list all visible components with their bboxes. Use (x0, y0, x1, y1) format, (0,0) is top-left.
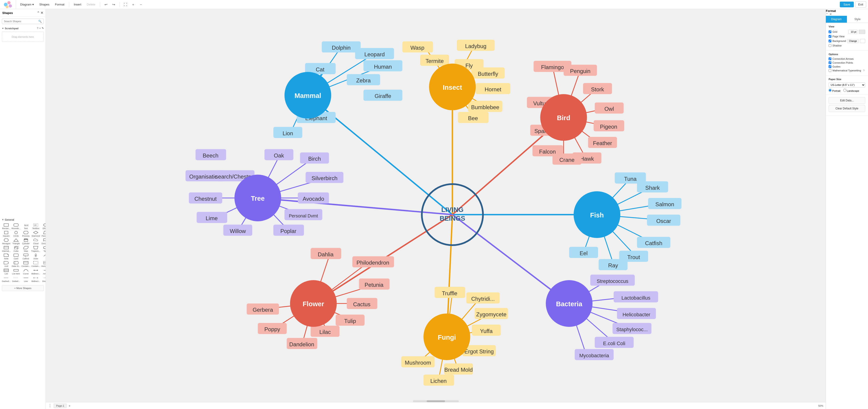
canvas-container[interactable]: Dolphin Leopard Human Cat Zebra Giraffe … (46, 9, 826, 409)
paper-size-select[interactable]: US-Letter (8.5" x 11") A4 (210 x 297 mm)… (829, 82, 865, 88)
grid-color-swatch[interactable] (859, 30, 865, 34)
landscape-radio[interactable] (843, 89, 846, 92)
undo-button[interactable]: ↩ (102, 1, 109, 8)
shape-square[interactable]: Square (2, 231, 11, 237)
shape-horizon[interactable]: Horizon... (41, 261, 45, 267)
connection-arrows-label[interactable]: Connection Arrows (829, 58, 854, 60)
save-button[interactable]: Save (840, 2, 854, 7)
shadow-label[interactable]: Shadow (829, 44, 842, 47)
page-view-checkbox[interactable] (829, 35, 831, 38)
shape-dotted[interactable]: Dotted... (12, 276, 21, 282)
clear-default-style-button[interactable]: Clear Default Style (829, 105, 865, 112)
shape-direct[interactable]: Direct... (41, 276, 45, 282)
background-checkbox[interactable] (829, 40, 831, 42)
scratchpad-help-icon[interactable]: ? (37, 27, 38, 30)
redo-button[interactable]: ↪ (110, 1, 117, 8)
shape-bidirect[interactable]: Bidirect... (31, 268, 40, 275)
page-view-label[interactable]: Page View (829, 35, 844, 38)
shape-cube[interactable]: Cube (12, 246, 21, 252)
fit-page-button[interactable]: ⛶ (122, 1, 129, 8)
background-change-button[interactable]: Change (847, 39, 859, 43)
add-page-button[interactable]: + (68, 404, 70, 408)
shape-diamond[interactable]: Diamond (31, 231, 40, 237)
shape-cylinder[interactable]: Cylinder (22, 238, 30, 245)
shape-parallelogram[interactable]: Paralle... (41, 231, 45, 237)
grid-size-input[interactable] (848, 30, 858, 34)
zoom-in-button[interactable]: + (130, 1, 136, 8)
math-help-icon[interactable]: ? (863, 69, 865, 72)
shape-note[interactable]: Note (2, 253, 11, 260)
menu-shapes[interactable]: Shapes (37, 2, 52, 7)
grid-checkbox[interactable] (829, 30, 831, 33)
math-typesetting-label[interactable]: Mathematical Typesetting (829, 69, 861, 72)
shape-bidirect2[interactable]: Bidirect... (31, 276, 40, 282)
grid-label[interactable]: Grid (829, 30, 837, 33)
shape-tape[interactable]: Tape (41, 246, 45, 252)
more-shapes-button[interactable]: + More Shapes (2, 285, 44, 291)
shape-actor[interactable]: Actor (31, 253, 40, 260)
guides-label[interactable]: Guides (829, 65, 840, 68)
page-options-icon[interactable]: ⋮ (48, 404, 52, 408)
scratchpad-add-icon[interactable]: + (39, 27, 41, 30)
shape-ellipse[interactable]: Ellipse (41, 223, 45, 230)
shape-list[interactable]: List (2, 268, 11, 275)
guides-checkbox[interactable] (829, 65, 831, 68)
shape-text[interactable]: text Text (22, 223, 30, 230)
scratchpad-drop-area[interactable]: Drag elements here (2, 32, 44, 42)
math-typesetting-checkbox[interactable] (829, 69, 831, 72)
connection-arrows-checkbox[interactable] (829, 58, 831, 60)
shape-list-item[interactable]: List Item (12, 268, 21, 275)
portrait-label[interactable]: Portrait (829, 89, 840, 92)
shape-internal[interactable]: Internal... (2, 246, 11, 252)
general-section-header[interactable]: ▼ General (0, 217, 45, 222)
shape-callout[interactable]: Callout (22, 253, 30, 260)
shape-curve[interactable]: Curve (22, 268, 30, 275)
page-tab[interactable]: Page-1 (54, 404, 67, 408)
shape-container[interactable]: Contain... (22, 261, 30, 267)
shape-step[interactable]: Step (22, 246, 30, 252)
shape-triangle[interactable]: Triangle (12, 238, 21, 245)
portrait-radio[interactable] (829, 89, 832, 92)
shadow-checkbox[interactable] (829, 44, 831, 47)
shape-rounded[interactable]: Rounde... (12, 223, 21, 230)
exit-button[interactable]: Exit (855, 1, 866, 7)
shape-arc[interactable] (41, 253, 45, 260)
shape-dashed[interactable]: Dashed... (2, 276, 11, 282)
shape-rectangle[interactable]: Rectan... (2, 223, 11, 230)
shape-cloud[interactable]: Cloud (31, 238, 40, 245)
background-label[interactable]: Background (829, 40, 846, 42)
shape-datastorage[interactable]: Data St... (12, 261, 21, 267)
scratchpad-header[interactable]: ▼ Scratchpad ? + ✎ (0, 26, 45, 31)
canvas-svg[interactable]: Dolphin Leopard Human Cat Zebra Giraffe … (46, 9, 826, 409)
shapes-close-icon[interactable]: ✕ (40, 11, 43, 15)
format-close-icon[interactable]: ✕ (830, 12, 832, 16)
search-input[interactable] (4, 20, 37, 23)
shape-arrow[interactable]: Arrow (41, 268, 45, 275)
shape-line[interactable]: Line (22, 276, 30, 282)
shape-hexagon[interactable]: Hexagon (2, 238, 11, 245)
shape-document[interactable]: Docum... (41, 238, 45, 245)
menu-insert[interactable]: Insert (71, 2, 84, 7)
menu-format[interactable]: Format (53, 2, 67, 7)
shape-circle[interactable]: Circle (12, 231, 21, 237)
format-collapse-icon[interactable]: ⌃ (826, 12, 828, 16)
landscape-label[interactable]: Landscape (843, 89, 859, 92)
shape-container2[interactable]: Contain... (31, 261, 40, 267)
background-color-swatch[interactable] (860, 39, 865, 43)
scratchpad-edit-icon[interactable]: ✎ (42, 27, 44, 30)
search-box[interactable]: 🔍 (2, 19, 44, 24)
edit-data-button[interactable]: Edit Data... (829, 97, 865, 104)
zoom-out-button[interactable]: − (137, 1, 144, 8)
menu-delete[interactable]: Delete (85, 2, 98, 7)
shape-process[interactable]: Process (22, 231, 30, 237)
connection-points-checkbox[interactable] (829, 61, 831, 64)
connection-points-label[interactable]: Connection Points (829, 61, 853, 64)
menu-diagram[interactable]: Diagram ▾ (18, 2, 36, 7)
shape-trapezoid[interactable]: Trapezo... (31, 246, 40, 252)
shape-textbox[interactable]: AB Textbox (31, 223, 40, 230)
shape-card[interactable]: Card (12, 253, 21, 260)
tab-style[interactable]: Style (847, 16, 868, 23)
tab-diagram[interactable]: Diagram (826, 16, 847, 23)
shapes-collapse-icon[interactable]: ⌃ (37, 11, 40, 15)
shape-and[interactable]: And (2, 261, 11, 267)
